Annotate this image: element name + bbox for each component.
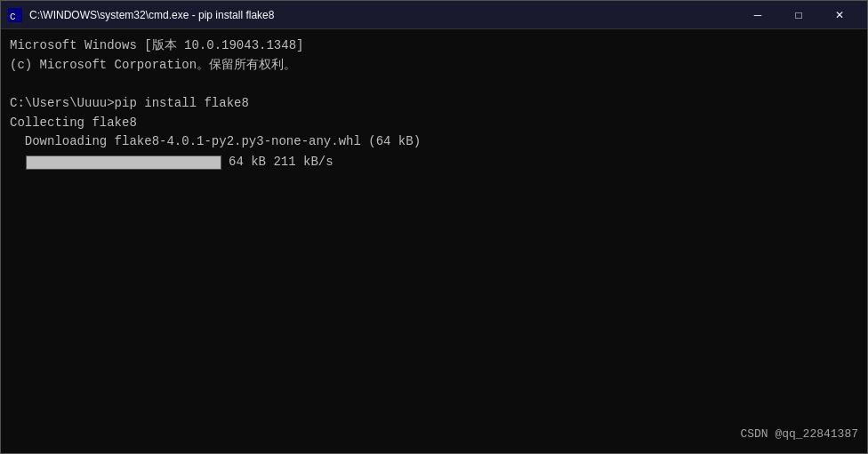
terminal-line-1: Microsoft Windows [版本 10.0.19043.1348]: [10, 36, 858, 56]
terminal-line-6: Downloading flake8-4.0.1-py2.py3-none-an…: [10, 132, 858, 152]
progress-text: 64 kB 211 kB/s: [229, 154, 334, 171]
minimize-button[interactable]: ─: [737, 1, 778, 29]
window-controls: ─ □ ✕: [737, 1, 860, 29]
progress-bar-inner: [27, 156, 221, 169]
terminal-line-4: C:\Users\Uuuu>pip install flake8: [10, 94, 858, 114]
progress-container: 64 kB 211 kB/s: [10, 154, 858, 171]
cmd-window: C C:\WINDOWS\system32\cmd.exe - pip inst…: [0, 0, 868, 454]
cmd-icon: C: [8, 8, 22, 22]
watermark: CSDN @qq_22841387: [740, 426, 858, 442]
terminal-body[interactable]: Microsoft Windows [版本 10.0.19043.1348] (…: [1, 29, 867, 453]
terminal-line-3: [10, 75, 858, 94]
maximize-button[interactable]: □: [778, 1, 819, 29]
terminal-line-5: Collecting flake8: [10, 114, 858, 133]
terminal-line-2: (c) Microsoft Corporation。保留所有权利。: [10, 56, 858, 76]
title-bar: C C:\WINDOWS\system32\cmd.exe - pip inst…: [1, 1, 867, 29]
close-button[interactable]: ✕: [819, 1, 860, 29]
svg-text:C: C: [10, 12, 16, 22]
window-title: C:\WINDOWS\system32\cmd.exe - pip instal…: [29, 9, 737, 21]
progress-bar-outer: [26, 155, 221, 170]
